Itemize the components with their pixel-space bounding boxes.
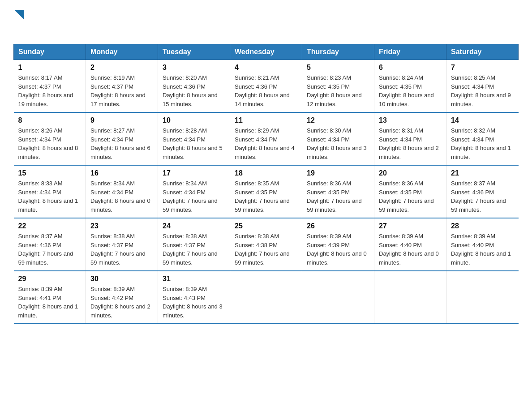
day-info: Sunrise: 8:37 AMSunset: 4:36 PMDaylight:…	[18, 233, 73, 266]
day-cell: 31 Sunrise: 8:39 AMSunset: 4:43 PMDaylig…	[158, 271, 230, 324]
day-cell: 26 Sunrise: 8:39 AMSunset: 4:39 PMDaylig…	[302, 218, 374, 271]
day-cell: 29 Sunrise: 8:39 AMSunset: 4:41 PMDaylig…	[14, 271, 86, 324]
day-cell: 30 Sunrise: 8:39 AMSunset: 4:42 PMDaylig…	[86, 271, 158, 324]
day-info: Sunrise: 8:39 AMSunset: 4:39 PMDaylight:…	[307, 233, 367, 266]
day-number: 4	[235, 64, 297, 72]
day-cell: 28 Sunrise: 8:39 AMSunset: 4:40 PMDaylig…	[446, 218, 519, 271]
day-info: Sunrise: 8:31 AMSunset: 4:34 PMDaylight:…	[379, 127, 439, 160]
day-number: 24	[163, 222, 225, 230]
day-info: Sunrise: 8:17 AMSunset: 4:37 PMDaylight:…	[18, 74, 73, 107]
day-cell	[374, 271, 446, 324]
header-monday: Monday	[86, 44, 158, 60]
header-wednesday: Wednesday	[230, 44, 302, 60]
day-cell: 8 Sunrise: 8:26 AMSunset: 4:34 PMDayligh…	[14, 112, 86, 165]
day-number: 20	[379, 169, 442, 177]
day-number: 5	[307, 64, 369, 72]
day-number: 25	[235, 222, 297, 230]
day-info: Sunrise: 8:29 AMSunset: 4:34 PMDaylight:…	[235, 127, 295, 160]
page-header	[13, 9, 519, 35]
day-cell: 21 Sunrise: 8:37 AMSunset: 4:36 PMDaylig…	[446, 165, 519, 218]
day-cell: 13 Sunrise: 8:31 AMSunset: 4:34 PMDaylig…	[374, 112, 446, 165]
day-cell: 12 Sunrise: 8:30 AMSunset: 4:34 PMDaylig…	[302, 112, 374, 165]
day-cell: 18 Sunrise: 8:35 AMSunset: 4:35 PMDaylig…	[230, 165, 302, 218]
header-friday: Friday	[374, 44, 446, 60]
day-number: 16	[90, 169, 153, 177]
day-number: 28	[451, 222, 514, 230]
day-number: 1	[18, 64, 82, 72]
day-cell: 20 Sunrise: 8:36 AMSunset: 4:35 PMDaylig…	[374, 165, 446, 218]
day-cell: 7 Sunrise: 8:25 AMSunset: 4:34 PMDayligh…	[446, 60, 519, 113]
day-info: Sunrise: 8:24 AMSunset: 4:35 PMDaylight:…	[379, 74, 434, 107]
day-info: Sunrise: 8:20 AMSunset: 4:36 PMDaylight:…	[163, 74, 218, 107]
day-info: Sunrise: 8:34 AMSunset: 4:34 PMDaylight:…	[90, 180, 150, 213]
header-sunday: Sunday	[14, 44, 86, 60]
day-info: Sunrise: 8:23 AMSunset: 4:35 PMDaylight:…	[307, 74, 362, 107]
day-cell: 6 Sunrise: 8:24 AMSunset: 4:35 PMDayligh…	[374, 60, 446, 113]
day-cell: 1 Sunrise: 8:17 AMSunset: 4:37 PMDayligh…	[14, 60, 86, 113]
day-cell: 25 Sunrise: 8:38 AMSunset: 4:38 PMDaylig…	[230, 218, 302, 271]
day-cell: 22 Sunrise: 8:37 AMSunset: 4:36 PMDaylig…	[14, 218, 86, 271]
day-number: 29	[18, 275, 82, 283]
day-number: 31	[163, 275, 225, 283]
day-number: 3	[163, 64, 225, 72]
day-cell: 23 Sunrise: 8:38 AMSunset: 4:37 PMDaylig…	[86, 218, 158, 271]
day-cell: 24 Sunrise: 8:38 AMSunset: 4:37 PMDaylig…	[158, 218, 230, 271]
day-number: 23	[90, 222, 153, 230]
day-number: 27	[379, 222, 442, 230]
day-number: 10	[163, 116, 225, 124]
day-info: Sunrise: 8:39 AMSunset: 4:41 PMDaylight:…	[18, 286, 78, 319]
day-cell: 19 Sunrise: 8:36 AMSunset: 4:35 PMDaylig…	[302, 165, 374, 218]
day-info: Sunrise: 8:27 AMSunset: 4:34 PMDaylight:…	[90, 127, 150, 160]
header-saturday: Saturday	[446, 44, 519, 60]
day-info: Sunrise: 8:37 AMSunset: 4:36 PMDaylight:…	[451, 180, 506, 213]
day-cell: 9 Sunrise: 8:27 AMSunset: 4:34 PMDayligh…	[86, 112, 158, 165]
header-tuesday: Tuesday	[158, 44, 230, 60]
day-number: 22	[18, 222, 82, 230]
day-cell: 3 Sunrise: 8:20 AMSunset: 4:36 PMDayligh…	[158, 60, 230, 113]
day-number: 15	[18, 169, 82, 177]
calendar-header-row: SundayMondayTuesdayWednesdayThursdayFrid…	[14, 44, 519, 60]
day-number: 6	[379, 64, 442, 72]
logo	[13, 9, 24, 35]
day-number: 2	[90, 64, 153, 72]
day-info: Sunrise: 8:39 AMSunset: 4:40 PMDaylight:…	[379, 233, 439, 266]
day-cell	[302, 271, 374, 324]
week-row-5: 29 Sunrise: 8:39 AMSunset: 4:41 PMDaylig…	[14, 271, 519, 324]
day-info: Sunrise: 8:34 AMSunset: 4:34 PMDaylight:…	[163, 180, 218, 213]
calendar-table: SundayMondayTuesdayWednesdayThursdayFrid…	[13, 44, 519, 324]
week-row-3: 15 Sunrise: 8:33 AMSunset: 4:34 PMDaylig…	[14, 165, 519, 218]
logo-arrow-icon	[14, 10, 24, 20]
day-info: Sunrise: 8:21 AMSunset: 4:36 PMDaylight:…	[235, 74, 290, 107]
day-cell	[230, 271, 302, 324]
day-number: 14	[451, 116, 514, 124]
week-row-4: 22 Sunrise: 8:37 AMSunset: 4:36 PMDaylig…	[14, 218, 519, 271]
day-cell: 15 Sunrise: 8:33 AMSunset: 4:34 PMDaylig…	[14, 165, 86, 218]
day-number: 12	[307, 116, 369, 124]
day-cell: 11 Sunrise: 8:29 AMSunset: 4:34 PMDaylig…	[230, 112, 302, 165]
day-info: Sunrise: 8:30 AMSunset: 4:34 PMDaylight:…	[307, 127, 367, 160]
day-info: Sunrise: 8:35 AMSunset: 4:35 PMDaylight:…	[235, 180, 290, 213]
header-thursday: Thursday	[302, 44, 374, 60]
day-info: Sunrise: 8:33 AMSunset: 4:34 PMDaylight:…	[18, 180, 78, 213]
day-info: Sunrise: 8:25 AMSunset: 4:34 PMDaylight:…	[451, 74, 511, 107]
day-cell: 27 Sunrise: 8:39 AMSunset: 4:40 PMDaylig…	[374, 218, 446, 271]
svg-marker-0	[14, 10, 24, 20]
day-cell: 5 Sunrise: 8:23 AMSunset: 4:35 PMDayligh…	[302, 60, 374, 113]
day-number: 17	[163, 169, 225, 177]
day-info: Sunrise: 8:36 AMSunset: 4:35 PMDaylight:…	[379, 180, 434, 213]
day-info: Sunrise: 8:36 AMSunset: 4:35 PMDaylight:…	[307, 180, 362, 213]
day-cell: 14 Sunrise: 8:32 AMSunset: 4:34 PMDaylig…	[446, 112, 519, 165]
day-info: Sunrise: 8:38 AMSunset: 4:38 PMDaylight:…	[235, 233, 290, 266]
day-number: 21	[451, 169, 514, 177]
week-row-2: 8 Sunrise: 8:26 AMSunset: 4:34 PMDayligh…	[14, 112, 519, 165]
day-info: Sunrise: 8:19 AMSunset: 4:37 PMDaylight:…	[90, 74, 146, 107]
day-info: Sunrise: 8:39 AMSunset: 4:43 PMDaylight:…	[163, 286, 223, 319]
day-cell: 17 Sunrise: 8:34 AMSunset: 4:34 PMDaylig…	[158, 165, 230, 218]
day-number: 19	[307, 169, 369, 177]
day-number: 7	[451, 64, 514, 72]
week-row-1: 1 Sunrise: 8:17 AMSunset: 4:37 PMDayligh…	[14, 60, 519, 113]
day-number: 9	[90, 116, 153, 124]
day-number: 8	[18, 116, 82, 124]
day-info: Sunrise: 8:38 AMSunset: 4:37 PMDaylight:…	[90, 233, 146, 266]
day-cell: 4 Sunrise: 8:21 AMSunset: 4:36 PMDayligh…	[230, 60, 302, 113]
